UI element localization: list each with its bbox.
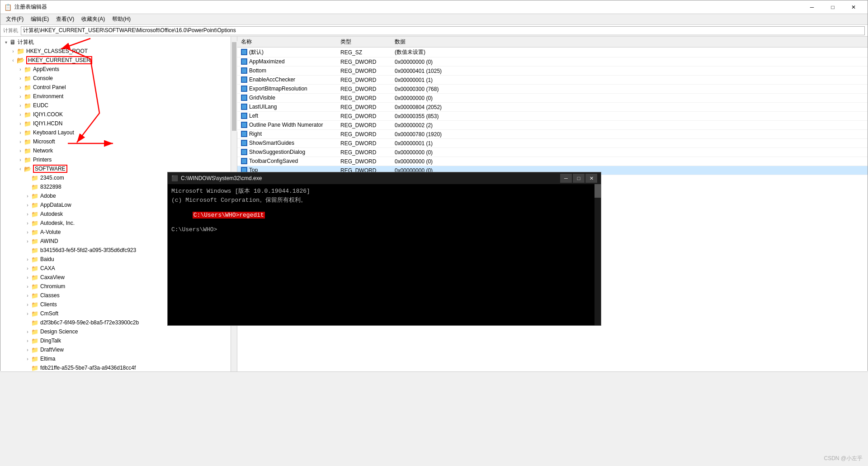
tree-label-computer: 计算机 [18,38,34,46]
reg-data-cell: 0x00000000 (0) [391,148,868,157]
table-row[interactable]: ShowSmartGuidesREG_DWORD0x00000001 (1) [237,139,868,148]
watermark: CSDN @小左乎 [824,455,863,462]
table-row[interactable]: (默认)REG_SZ(数值未设置) [237,48,868,57]
reg-name-cell: GridVisible [237,94,337,103]
tree-item-computer[interactable]: ▾ 🖥 计算机 [0,38,231,47]
folder-icon: 📁 [24,102,31,109]
cmd-close-btn[interactable]: ✕ [585,174,597,183]
reg-type-cell: REG_DWORD [337,103,391,112]
tree-item-designscience[interactable]: › 📁 Design Science [0,327,231,336]
folder-icon: 📁 [24,75,31,82]
folder-icon: 📁 [31,328,38,335]
folder-icon: 📁 [24,129,31,136]
reg-type-cell: REG_DWORD [337,112,391,121]
tree-label-hkcr: HKEY_CLASSES_ROOT [26,48,88,54]
tree-item-microsoft[interactable]: › 📁 Microsoft [0,137,231,146]
reg-type-cell: REG_DWORD [337,67,391,76]
tree-item-appevents[interactable]: › 📁 AppEvents [0,65,231,74]
cmd-line4: C:\Users\WHO> [171,226,597,233]
addressbar: 计算机 [0,25,868,37]
folder-icon: 📁 [31,193,38,200]
cmd-regedit-highlight: C:\Users\WHO>regedit [193,212,265,219]
tree-label-hkcu: HKEY_CURRENT_USER [26,56,92,64]
table-row[interactable]: GridVisibleREG_DWORD0x00000000 (0) [237,94,868,103]
window-controls: ─ □ ✕ [802,0,864,14]
tree-item-eudc[interactable]: › 📁 EUDC [0,101,231,110]
tree-item-printers[interactable]: › 📁 Printers [0,155,231,164]
tree-item-hkcr[interactable]: › 📁 HKEY_CLASSES_ROOT [0,47,231,56]
tree-item-dingtalk[interactable]: › 📁 DingTalk [0,336,231,345]
table-row[interactable]: ToolbarConfigSavedREG_DWORD0x00000000 (0… [237,157,868,166]
menubar: 文件(F) 编辑(E) 查看(V) 收藏夹(A) 帮助(H) [0,14,868,25]
menu-file[interactable]: 文件(F) [2,14,27,24]
table-row[interactable]: AppMaximizedREG_DWORD0x00000000 (0) [237,57,868,67]
table-row[interactable]: Outline Pane Width NumeratorREG_DWORD0x0… [237,121,868,130]
reg-name-cell: Bottom [237,67,337,76]
folder-icon: 📁 [24,66,31,73]
tree-item-eltima[interactable]: › 📁 Eltima [0,354,231,363]
tree-item-environment[interactable]: › 📁 Environment [0,92,231,101]
folder-icon: 📁 [31,229,38,236]
reg-name-cell: ShowSmartGuides [237,139,337,148]
col-type: 类型 [337,37,391,48]
cmd-line1: Microsoft Windows [版本 10.0.19044.1826] [171,187,597,195]
table-row[interactable]: EnableAccCheckerREG_DWORD0x00000001 (1) [237,76,868,85]
cmd-scrollbar[interactable] [594,184,601,325]
reg-value-icon [241,104,247,110]
reg-name-cell: Outline Pane Width Numerator [237,121,337,130]
tree-item-controlpanel[interactable]: › 📁 Control Panel [0,83,231,92]
close-button[interactable]: ✕ [843,0,864,14]
tree-item-keyboardlayout[interactable]: › 📁 Keyboard Layout [0,128,231,137]
reg-name-cell: ShowSuggestionDialog [237,148,337,157]
folder-icon: 📁 [31,211,38,218]
reg-name-cell: EnableAccChecker [237,76,337,85]
reg-type-cell: REG_DWORD [337,157,391,166]
statusbar [0,371,868,381]
folder-icon: 📁 [24,138,31,145]
reg-type-cell: REG_DWORD [337,94,391,103]
tree-item-hkcu[interactable]: ‹ 📂 HKEY_CURRENT_USER [0,56,231,65]
addressbar-path[interactable] [21,26,865,35]
reg-type-cell: REG_DWORD [337,148,391,157]
tree-item-fdb21ffe[interactable]: 📁 fdb21ffe-a525-5be7-af3a-a9436d18cc4f [0,363,231,371]
cmd-scrollbar-thumb [594,184,601,198]
reg-value-icon [241,122,247,128]
reg-type-cell: REG_DWORD [337,139,391,148]
reg-data-cell: 0x00000001 (1) [391,76,868,85]
menu-edit[interactable]: 编辑(E) [27,14,52,24]
maximize-button[interactable]: □ [822,0,843,14]
menu-help[interactable]: 帮助(H) [108,14,134,24]
folder-icon: 📁 [31,238,38,245]
menu-favorites[interactable]: 收藏夹(A) [78,14,108,24]
cmd-window: ⬛ C:\WINDOWS\system32\cmd.exe ─ □ ✕ Micr… [167,172,601,326]
reg-data-cell: 0x00000000 (0) [391,157,868,166]
cmd-minimize-btn[interactable]: ─ [560,174,572,183]
folder-icon: 📁 [31,292,38,299]
cmd-maximize-btn[interactable]: □ [573,174,585,183]
reg-data-cell: 0x00000355 (853) [391,112,868,121]
folder-icon: 📁 [31,184,38,190]
reg-data-cell: (数值未设置) [391,48,868,57]
reg-data-cell: 0x00000401 (1025) [391,67,868,76]
table-row[interactable]: ShowSuggestionDialogREG_DWORD0x00000000 … [237,148,868,157]
reg-value-icon [241,49,247,55]
tree-item-iqiyihcdn[interactable]: › 📁 IQIYI.HCDN [0,119,231,128]
folder-icon: 📁 [31,338,38,344]
reg-name-cell: Right [237,130,337,139]
folder-icon: 📁 [31,202,38,209]
tree-item-console[interactable]: › 📁 Console [0,74,231,83]
tree-item-draftview[interactable]: › 📁 DraftView [0,345,231,354]
reg-name-cell: (默认) [237,48,337,57]
reg-name-cell: ExportBitmapResolution [237,85,337,94]
table-row[interactable]: ExportBitmapResolutionREG_DWORD0x0000030… [237,85,868,94]
table-row[interactable]: LastUILangREG_DWORD0x00000804 (2052) [237,103,868,112]
tree-item-network[interactable]: › 📁 Network [0,146,231,155]
reg-data-cell: 0x00000000 (0) [391,57,868,67]
minimize-button[interactable]: ─ [802,0,822,14]
table-row[interactable]: LeftREG_DWORD0x00000355 (853) [237,112,868,121]
menu-view[interactable]: 查看(V) [52,14,78,24]
table-row[interactable]: RightREG_DWORD0x00000780 (1920) [237,130,868,139]
folder-icon: 📁 [31,247,38,254]
table-row[interactable]: BottomREG_DWORD0x00000401 (1025) [237,67,868,76]
tree-item-iqiyicook[interactable]: › 📁 IQIYI.COOK [0,110,231,119]
